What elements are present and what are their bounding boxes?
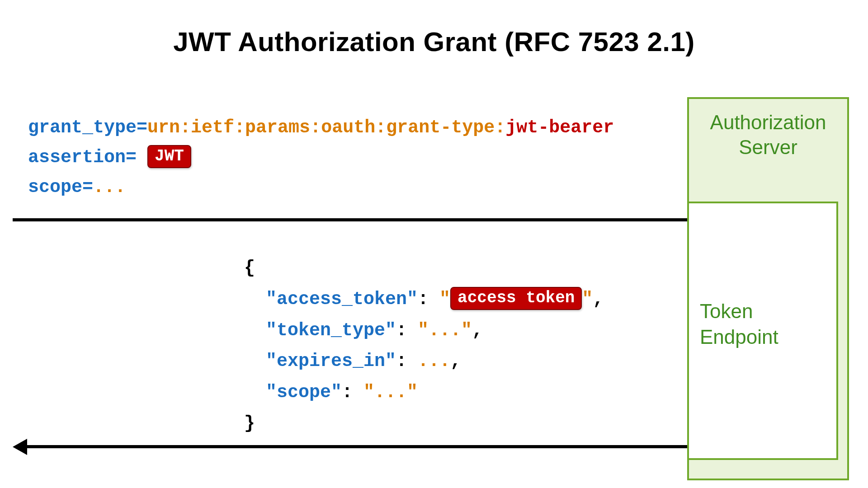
request-arrow-icon [13, 218, 691, 221]
authorization-server-label: Authorization Server [689, 110, 847, 160]
expires-in-key: "expires_in" [266, 351, 396, 371]
equals-sign: = [82, 177, 93, 197]
assertion-key: assertion [28, 147, 126, 168]
equals-sign: = [137, 117, 147, 138]
scope-key: scope [28, 177, 82, 197]
response-json: { "access_token": "access token", "token… [244, 253, 604, 440]
grant-type-jwt-bearer: jwt-bearer [505, 117, 614, 138]
grant-type-urn: urn:ietf:params:oauth:grant-type: [147, 117, 505, 138]
response-arrow-icon [25, 445, 703, 448]
grant-type-key: grant_type [28, 117, 137, 138]
access-token-key: "access_token" [266, 289, 418, 310]
scope-value: ... [93, 177, 126, 197]
param-grant-type: grant_type=urn:ietf:params:oauth:grant-t… [28, 113, 614, 143]
response-scope-key: "scope" [266, 382, 342, 403]
token-endpoint-label: Token Endpoint [700, 298, 826, 350]
token-type-key: "token_type" [266, 320, 396, 341]
expires-in-value: ... [418, 351, 450, 371]
json-open-brace: { [244, 258, 255, 278]
access-token-badge: access token [450, 287, 582, 310]
request-parameters: grant_type=urn:ietf:params:oauth:grant-t… [28, 113, 614, 202]
json-line-token-type: "token_type": "...", [244, 315, 604, 347]
json-line-expires-in: "expires_in": ..., [244, 346, 604, 377]
equals-sign: = [126, 147, 137, 168]
jwt-badge: JWT [147, 145, 191, 168]
json-close-brace: } [244, 413, 255, 434]
param-scope: scope=... [28, 173, 614, 202]
json-line-scope: "scope": "..." [244, 377, 604, 408]
json-line-access-token: "access_token": "access token", [244, 284, 604, 315]
param-assertion: assertion= JWT [28, 143, 614, 173]
slide-title: JWT Authorization Grant (RFC 7523 2.1) [0, 26, 868, 57]
token-endpoint-box: Token Endpoint [687, 202, 838, 460]
token-type-value: "..." [418, 320, 472, 341]
response-scope-value: "..." [363, 382, 418, 403]
